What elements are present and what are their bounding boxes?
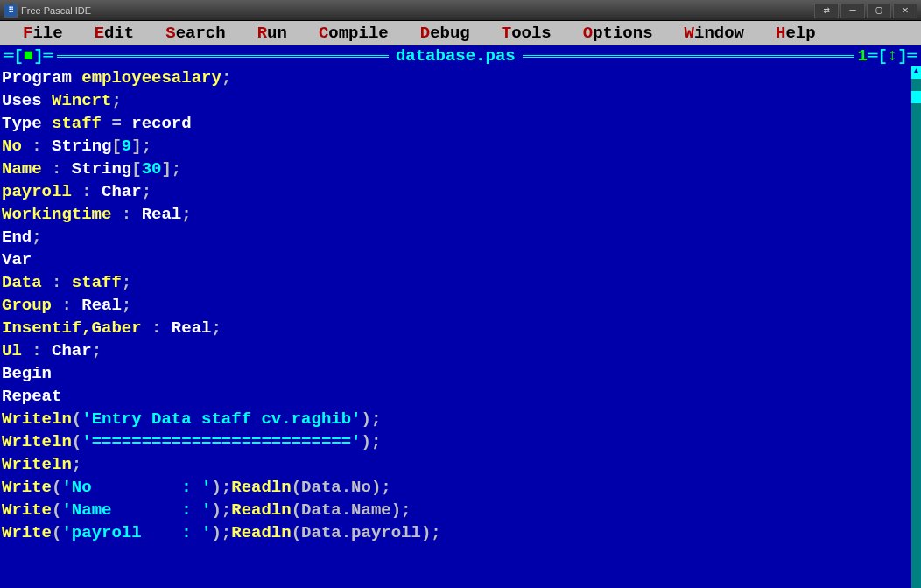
scroll-thumb[interactable] bbox=[911, 91, 921, 103]
code-area[interactable]: Program employeesalary; Uses Wincrt; Typ… bbox=[0, 66, 910, 588]
frame-line-right bbox=[523, 55, 854, 58]
frame-top: ═[■]═ database.pas 1═[↕]═ bbox=[0, 46, 921, 66]
frame-right-marker[interactable]: 1═[↕]═ bbox=[858, 46, 917, 66]
swap-button[interactable]: ⇄ bbox=[814, 3, 839, 18]
menu-window[interactable]: Window bbox=[669, 24, 760, 43]
maximize-button[interactable]: ▢ bbox=[867, 3, 891, 18]
app-icon: ⠿ bbox=[4, 4, 18, 18]
title-left: ⠿ Free Pascal IDE bbox=[4, 4, 91, 18]
scrollbar-vertical[interactable]: ▲ bbox=[910, 66, 921, 588]
editor-body: Program employeesalary; Uses Wincrt; Typ… bbox=[0, 66, 921, 588]
menu-file[interactable]: File bbox=[7, 24, 79, 43]
titlebar: ⠿ Free Pascal IDE ⇄ — ▢ ✕ bbox=[0, 0, 921, 21]
menu-run[interactable]: Run bbox=[242, 24, 303, 43]
menu-debug[interactable]: Debug bbox=[404, 24, 486, 43]
menu-tools[interactable]: Tools bbox=[486, 24, 567, 43]
ide-window: ⠿ Free Pascal IDE ⇄ — ▢ ✕ File Edit Sear… bbox=[0, 0, 921, 588]
menu-compile[interactable]: Compile bbox=[303, 24, 404, 43]
scroll-up-icon[interactable]: ▲ bbox=[911, 66, 921, 79]
menu-help[interactable]: Help bbox=[760, 24, 832, 43]
app-title: Free Pascal IDE bbox=[21, 5, 91, 16]
minimize-button[interactable]: — bbox=[840, 3, 865, 18]
frame-left-marker[interactable]: ═[■]═ bbox=[4, 46, 53, 66]
close-button[interactable]: ✕ bbox=[893, 3, 917, 18]
menu-search[interactable]: Search bbox=[150, 24, 241, 43]
window-controls: ⇄ — ▢ ✕ bbox=[814, 3, 917, 18]
menubar: File Edit Search Run Compile Debug Tools… bbox=[0, 21, 921, 46]
file-title: database.pas bbox=[392, 46, 519, 66]
menu-options[interactable]: Options bbox=[567, 24, 669, 43]
editor-frame: ═[■]═ database.pas 1═[↕]═ Program employ… bbox=[0, 46, 921, 588]
frame-line-left bbox=[57, 55, 389, 58]
menu-edit[interactable]: Edit bbox=[79, 24, 151, 43]
